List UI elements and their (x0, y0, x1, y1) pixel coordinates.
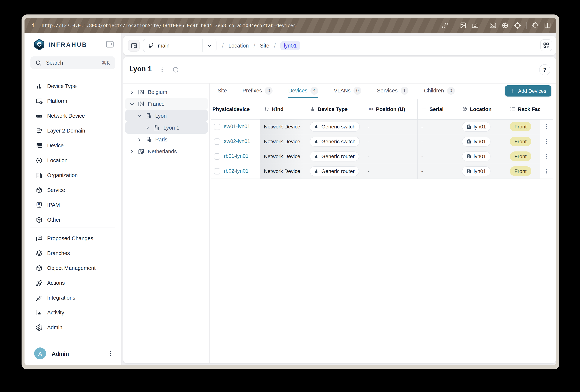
serial-lines-icon (421, 106, 427, 112)
object-menu-kebab-icon[interactable] (159, 66, 165, 73)
chart-column-svg (36, 83, 43, 90)
browser-titlebar: i http://127.0.0.1:8000/objects/Location… (24, 18, 556, 33)
device-link[interactable]: rb02-lyn01 (224, 168, 248, 174)
link-icon[interactable] (441, 22, 448, 29)
tab-count-badge: 1 (401, 87, 408, 95)
column-header-rack-face[interactable]: Rack Face (506, 99, 540, 119)
chevron-right-icon[interactable] (129, 149, 135, 154)
device-link[interactable]: sw01-lyn01 (224, 123, 250, 129)
columns-icon[interactable] (544, 22, 551, 29)
column-header-serial[interactable]: Serial (417, 99, 458, 119)
sidebar-item-ipam[interactable]: IPIPAM (24, 197, 121, 212)
chevron-right-icon[interactable] (137, 137, 142, 142)
row-checkbox[interactable] (214, 153, 220, 160)
row-checkbox[interactable] (214, 124, 220, 130)
chart-column-icon (314, 154, 319, 159)
column-header-position-u-[interactable]: 123Position (U) (364, 99, 417, 119)
row-menu-kebab-icon[interactable] (543, 123, 550, 130)
time-travel-button[interactable] (128, 39, 140, 51)
sidebar-item-integrations[interactable]: Integrations (24, 290, 121, 305)
chevron-down-svg (137, 113, 142, 119)
refresh-icon[interactable] (172, 66, 179, 73)
ipam-icon: IP (36, 201, 43, 208)
sidebar-item-network-device[interactable]: Network Device (24, 108, 121, 123)
sidebar-item-object-management[interactable]: Object Management (24, 261, 121, 275)
chevron-right-icon[interactable] (129, 89, 135, 95)
sidebar-item-other[interactable]: Other (24, 212, 121, 227)
sidebar-item-organization[interactable]: Organization (24, 168, 121, 183)
camera-icon[interactable] (472, 22, 479, 29)
user-menu-kebab-icon[interactable] (107, 350, 114, 357)
main-panel: Lyon 1 ? BelgiumFranceLyonLyon 1ParisNet… (123, 57, 556, 363)
tree-item-lyon-1[interactable]: Lyon 1 (125, 122, 208, 134)
tree-item-france[interactable]: France (125, 98, 208, 110)
tab-site[interactable]: Site (218, 84, 227, 98)
sidebar-item-activity[interactable]: Activity (24, 305, 121, 320)
location-badge: lyn01 (462, 122, 490, 131)
sidebar-item-branches[interactable]: Branches (24, 246, 121, 261)
sidebar-item-admin[interactable]: Admin (24, 320, 121, 335)
sidebar-item-service[interactable]: Service (24, 183, 121, 197)
dot-icon[interactable] (145, 125, 150, 131)
tree-item-belgium[interactable]: Belgium (125, 86, 208, 98)
breadcrumb-segment-location[interactable]: Location (228, 42, 249, 48)
cell-physicaldevice: sw02-lyn01 (211, 134, 260, 149)
sidebar-item-actions[interactable]: Actions (24, 275, 121, 290)
column-header-device-type[interactable]: Device Type (305, 99, 364, 119)
add-devices-button[interactable]: Add Devices (505, 85, 551, 97)
tree-item-netherlands[interactable]: Netherlands (125, 145, 208, 157)
help-button[interactable]: ? (539, 64, 550, 75)
row-menu-kebab-icon[interactable] (543, 138, 550, 145)
row-menu-kebab-icon[interactable] (543, 153, 550, 160)
chevron-down-icon[interactable] (129, 101, 135, 107)
search-shortcut: ⌘K (102, 60, 110, 66)
building-svg (145, 136, 152, 143)
sidebar-collapse-icon[interactable] (106, 40, 114, 49)
cell-location: lyn01 (458, 119, 506, 134)
sidebar-item-device[interactable]: Device (24, 138, 121, 153)
tab-vlans[interactable]: VLANs0 (334, 84, 361, 98)
device-type-badge: Generic router (309, 166, 359, 176)
cell-position: - (364, 149, 417, 164)
tab-devices[interactable]: Devices4 (288, 84, 318, 98)
device-link[interactable]: rb01-lyn01 (224, 153, 248, 159)
sidebar-item-label: Device Type (47, 83, 77, 89)
sidebar-item-layer-2-domain[interactable]: Layer 2 Domain (24, 123, 121, 138)
device-type-badge: Generic switch (309, 122, 360, 131)
terminal-icon[interactable] (489, 22, 496, 29)
branch-selector[interactable]: main (143, 39, 216, 52)
sidebar-item-platform[interactable]: Platform (24, 94, 121, 108)
crosshair-icon[interactable] (514, 22, 521, 29)
globe-icon[interactable] (502, 22, 509, 29)
puzzle-icon[interactable] (532, 22, 539, 29)
column-header-label: Device Type (318, 106, 348, 112)
tree-item-paris[interactable]: Paris (125, 134, 208, 145)
column-header-label: Physicaldevice (212, 106, 250, 112)
breadcrumb-current-object[interactable]: lyn01 (281, 41, 300, 50)
chevron-right-svg (129, 89, 135, 95)
column-header-location[interactable]: Location (458, 99, 506, 119)
tree-item-lyon[interactable]: Lyon (125, 110, 208, 122)
avatar[interactable]: A (34, 347, 46, 359)
building-icon (145, 136, 152, 143)
cell-serial: - (417, 149, 458, 164)
breadcrumb-segment-site[interactable]: Site (260, 42, 269, 48)
chevron-down-icon[interactable] (137, 113, 142, 119)
sidebar-item-proposed-changes[interactable]: Proposed Changes (24, 231, 121, 246)
row-menu-kebab-icon[interactable] (543, 168, 550, 174)
plus-icon (510, 88, 515, 94)
schema-visualizer-button[interactable] (540, 39, 552, 51)
row-checkbox[interactable] (214, 138, 220, 145)
sidebar-item-location[interactable]: Location (24, 153, 121, 168)
column-header-physicaldevice[interactable]: Physicaldevice (211, 99, 260, 119)
tab-children[interactable]: Children0 (424, 84, 455, 98)
row-checkbox[interactable] (214, 168, 220, 174)
layer2-icon (36, 127, 43, 134)
image-icon[interactable] (459, 22, 466, 29)
device-link[interactable]: sw02-lyn01 (224, 138, 250, 144)
sidebar-item-device-type[interactable]: Device Type (24, 79, 121, 94)
column-header-kind[interactable]: Kind (260, 99, 305, 119)
tab-prefixes[interactable]: Prefixes0 (243, 84, 273, 98)
tab-services[interactable]: Services1 (377, 84, 408, 98)
search-input[interactable]: Search ⌘K (30, 56, 115, 69)
